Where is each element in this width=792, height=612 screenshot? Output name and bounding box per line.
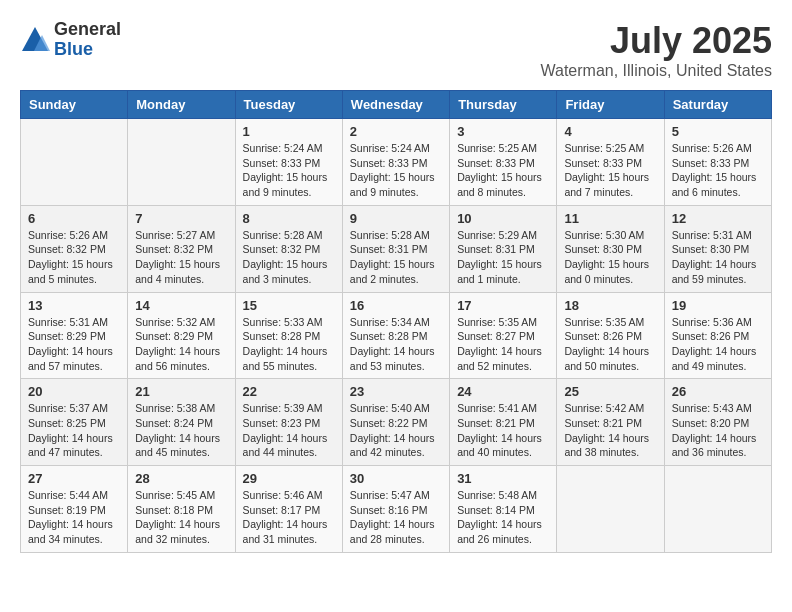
calendar-header-monday: Monday	[128, 91, 235, 119]
calendar-cell: 7Sunrise: 5:27 AM Sunset: 8:32 PM Daylig…	[128, 205, 235, 292]
calendar-cell: 18Sunrise: 5:35 AM Sunset: 8:26 PM Dayli…	[557, 292, 664, 379]
day-info: Sunrise: 5:46 AM Sunset: 8:17 PM Dayligh…	[243, 488, 335, 547]
calendar-cell	[664, 466, 771, 553]
logo-blue-text: Blue	[54, 40, 121, 60]
calendar-header-tuesday: Tuesday	[235, 91, 342, 119]
page-header: General Blue July 2025 Waterman, Illinoi…	[20, 20, 772, 80]
day-info: Sunrise: 5:24 AM Sunset: 8:33 PM Dayligh…	[350, 141, 442, 200]
day-info: Sunrise: 5:39 AM Sunset: 8:23 PM Dayligh…	[243, 401, 335, 460]
day-info: Sunrise: 5:33 AM Sunset: 8:28 PM Dayligh…	[243, 315, 335, 374]
calendar-header-row: SundayMondayTuesdayWednesdayThursdayFrid…	[21, 91, 772, 119]
day-info: Sunrise: 5:35 AM Sunset: 8:27 PM Dayligh…	[457, 315, 549, 374]
day-number: 29	[243, 471, 335, 486]
subtitle: Waterman, Illinois, United States	[541, 62, 773, 80]
calendar-week-3: 13Sunrise: 5:31 AM Sunset: 8:29 PM Dayli…	[21, 292, 772, 379]
day-number: 6	[28, 211, 120, 226]
day-number: 4	[564, 124, 656, 139]
day-number: 20	[28, 384, 120, 399]
day-number: 24	[457, 384, 549, 399]
calendar-cell: 26Sunrise: 5:43 AM Sunset: 8:20 PM Dayli…	[664, 379, 771, 466]
calendar-cell: 31Sunrise: 5:48 AM Sunset: 8:14 PM Dayli…	[450, 466, 557, 553]
day-number: 3	[457, 124, 549, 139]
day-info: Sunrise: 5:28 AM Sunset: 8:31 PM Dayligh…	[350, 228, 442, 287]
day-info: Sunrise: 5:40 AM Sunset: 8:22 PM Dayligh…	[350, 401, 442, 460]
calendar-cell: 22Sunrise: 5:39 AM Sunset: 8:23 PM Dayli…	[235, 379, 342, 466]
calendar-cell: 24Sunrise: 5:41 AM Sunset: 8:21 PM Dayli…	[450, 379, 557, 466]
calendar-header-saturday: Saturday	[664, 91, 771, 119]
day-info: Sunrise: 5:37 AM Sunset: 8:25 PM Dayligh…	[28, 401, 120, 460]
calendar-cell: 2Sunrise: 5:24 AM Sunset: 8:33 PM Daylig…	[342, 119, 449, 206]
day-info: Sunrise: 5:24 AM Sunset: 8:33 PM Dayligh…	[243, 141, 335, 200]
calendar-cell: 23Sunrise: 5:40 AM Sunset: 8:22 PM Dayli…	[342, 379, 449, 466]
day-number: 18	[564, 298, 656, 313]
day-number: 26	[672, 384, 764, 399]
day-number: 27	[28, 471, 120, 486]
day-info: Sunrise: 5:31 AM Sunset: 8:29 PM Dayligh…	[28, 315, 120, 374]
day-info: Sunrise: 5:41 AM Sunset: 8:21 PM Dayligh…	[457, 401, 549, 460]
calendar-cell: 15Sunrise: 5:33 AM Sunset: 8:28 PM Dayli…	[235, 292, 342, 379]
calendar-cell: 8Sunrise: 5:28 AM Sunset: 8:32 PM Daylig…	[235, 205, 342, 292]
day-number: 19	[672, 298, 764, 313]
calendar-cell: 29Sunrise: 5:46 AM Sunset: 8:17 PM Dayli…	[235, 466, 342, 553]
day-info: Sunrise: 5:38 AM Sunset: 8:24 PM Dayligh…	[135, 401, 227, 460]
calendar-cell: 1Sunrise: 5:24 AM Sunset: 8:33 PM Daylig…	[235, 119, 342, 206]
calendar-cell: 19Sunrise: 5:36 AM Sunset: 8:26 PM Dayli…	[664, 292, 771, 379]
day-info: Sunrise: 5:25 AM Sunset: 8:33 PM Dayligh…	[457, 141, 549, 200]
calendar-cell: 5Sunrise: 5:26 AM Sunset: 8:33 PM Daylig…	[664, 119, 771, 206]
day-info: Sunrise: 5:29 AM Sunset: 8:31 PM Dayligh…	[457, 228, 549, 287]
calendar-cell: 3Sunrise: 5:25 AM Sunset: 8:33 PM Daylig…	[450, 119, 557, 206]
day-number: 30	[350, 471, 442, 486]
calendar-cell	[21, 119, 128, 206]
day-number: 13	[28, 298, 120, 313]
day-info: Sunrise: 5:42 AM Sunset: 8:21 PM Dayligh…	[564, 401, 656, 460]
day-number: 21	[135, 384, 227, 399]
calendar-cell: 11Sunrise: 5:30 AM Sunset: 8:30 PM Dayli…	[557, 205, 664, 292]
calendar-cell: 16Sunrise: 5:34 AM Sunset: 8:28 PM Dayli…	[342, 292, 449, 379]
calendar-week-4: 20Sunrise: 5:37 AM Sunset: 8:25 PM Dayli…	[21, 379, 772, 466]
day-number: 12	[672, 211, 764, 226]
day-info: Sunrise: 5:43 AM Sunset: 8:20 PM Dayligh…	[672, 401, 764, 460]
calendar-header-friday: Friday	[557, 91, 664, 119]
day-number: 31	[457, 471, 549, 486]
day-number: 15	[243, 298, 335, 313]
day-number: 16	[350, 298, 442, 313]
day-info: Sunrise: 5:48 AM Sunset: 8:14 PM Dayligh…	[457, 488, 549, 547]
calendar-cell: 13Sunrise: 5:31 AM Sunset: 8:29 PM Dayli…	[21, 292, 128, 379]
calendar-table: SundayMondayTuesdayWednesdayThursdayFrid…	[20, 90, 772, 553]
day-info: Sunrise: 5:35 AM Sunset: 8:26 PM Dayligh…	[564, 315, 656, 374]
logo-icon	[20, 25, 50, 55]
calendar-header-wednesday: Wednesday	[342, 91, 449, 119]
day-info: Sunrise: 5:36 AM Sunset: 8:26 PM Dayligh…	[672, 315, 764, 374]
day-number: 11	[564, 211, 656, 226]
day-number: 1	[243, 124, 335, 139]
calendar-week-1: 1Sunrise: 5:24 AM Sunset: 8:33 PM Daylig…	[21, 119, 772, 206]
day-info: Sunrise: 5:45 AM Sunset: 8:18 PM Dayligh…	[135, 488, 227, 547]
calendar-cell: 28Sunrise: 5:45 AM Sunset: 8:18 PM Dayli…	[128, 466, 235, 553]
day-info: Sunrise: 5:32 AM Sunset: 8:29 PM Dayligh…	[135, 315, 227, 374]
day-number: 10	[457, 211, 549, 226]
day-info: Sunrise: 5:26 AM Sunset: 8:33 PM Dayligh…	[672, 141, 764, 200]
day-number: 22	[243, 384, 335, 399]
calendar-header-sunday: Sunday	[21, 91, 128, 119]
day-number: 25	[564, 384, 656, 399]
day-info: Sunrise: 5:26 AM Sunset: 8:32 PM Dayligh…	[28, 228, 120, 287]
calendar-cell: 27Sunrise: 5:44 AM Sunset: 8:19 PM Dayli…	[21, 466, 128, 553]
day-info: Sunrise: 5:27 AM Sunset: 8:32 PM Dayligh…	[135, 228, 227, 287]
day-number: 17	[457, 298, 549, 313]
calendar-cell	[557, 466, 664, 553]
calendar-week-5: 27Sunrise: 5:44 AM Sunset: 8:19 PM Dayli…	[21, 466, 772, 553]
day-info: Sunrise: 5:25 AM Sunset: 8:33 PM Dayligh…	[564, 141, 656, 200]
calendar-cell: 21Sunrise: 5:38 AM Sunset: 8:24 PM Dayli…	[128, 379, 235, 466]
main-title: July 2025	[541, 20, 773, 62]
day-number: 23	[350, 384, 442, 399]
day-info: Sunrise: 5:31 AM Sunset: 8:30 PM Dayligh…	[672, 228, 764, 287]
calendar-cell: 10Sunrise: 5:29 AM Sunset: 8:31 PM Dayli…	[450, 205, 557, 292]
calendar-cell: 25Sunrise: 5:42 AM Sunset: 8:21 PM Dayli…	[557, 379, 664, 466]
calendar-cell: 20Sunrise: 5:37 AM Sunset: 8:25 PM Dayli…	[21, 379, 128, 466]
calendar-cell: 9Sunrise: 5:28 AM Sunset: 8:31 PM Daylig…	[342, 205, 449, 292]
calendar-cell: 12Sunrise: 5:31 AM Sunset: 8:30 PM Dayli…	[664, 205, 771, 292]
day-number: 28	[135, 471, 227, 486]
day-number: 14	[135, 298, 227, 313]
day-info: Sunrise: 5:47 AM Sunset: 8:16 PM Dayligh…	[350, 488, 442, 547]
logo: General Blue	[20, 20, 121, 60]
